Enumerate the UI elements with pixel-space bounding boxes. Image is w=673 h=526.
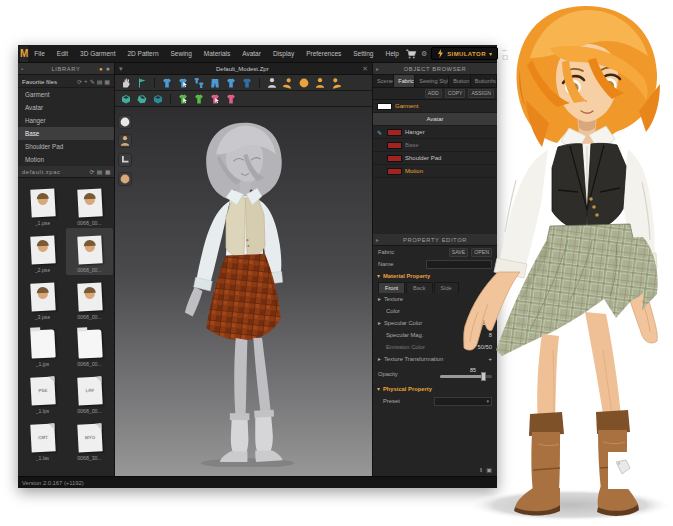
- doc-close-icon[interactable]: ✕: [362, 65, 372, 73]
- file-item[interactable]: PSE_1.lps: [19, 369, 66, 416]
- files-grid-view-icon[interactable]: ▦: [105, 169, 111, 175]
- row-caret-icon[interactable]: ▸: [378, 296, 381, 302]
- document-title[interactable]: Default_Modest.Zpr: [123, 66, 363, 72]
- pe-caret-icon[interactable]: ▸: [376, 237, 380, 243]
- library-header: ▪ LIBRARY ●★: [18, 63, 114, 75]
- folder-thumb-icon: [77, 329, 102, 358]
- library-item-avatar[interactable]: Avatar: [18, 101, 114, 114]
- edit-pen-icon[interactable]: ✎: [377, 129, 384, 136]
- file-item[interactable]: 0068_00...: [66, 181, 113, 228]
- files-list-view-icon[interactable]: ▤: [97, 169, 103, 175]
- row-caret-icon[interactable]: ▸: [378, 320, 381, 326]
- cube-teal-1-icon[interactable]: [119, 92, 133, 106]
- fabric-swatch-white[interactable]: [377, 103, 392, 110]
- favorites-label: Favorite files: [22, 78, 77, 85]
- doc-caret-icon[interactable]: ▾: [115, 65, 123, 73]
- tab-fabric[interactable]: Fabric: [394, 75, 415, 87]
- menu-edit[interactable]: Edit: [51, 50, 74, 57]
- menu-setting[interactable]: Setting: [347, 50, 379, 57]
- fabric-swatch-red[interactable]: [387, 129, 402, 136]
- ob-caret-icon[interactable]: ▸: [376, 66, 380, 72]
- corner-tool-icon[interactable]: [118, 153, 132, 167]
- library-item-motion[interactable]: Motion: [18, 153, 114, 166]
- library-star-icon[interactable]: ★: [105, 66, 111, 72]
- file-item-selected[interactable]: 0068_00...: [66, 228, 113, 275]
- menu-3d-garment[interactable]: 3D Garment: [74, 50, 121, 57]
- avatar-show-icon[interactable]: [265, 76, 279, 90]
- avatar-walk-icon[interactable]: [329, 76, 343, 90]
- shirt-pink-icon[interactable]: [224, 92, 238, 106]
- cube-teal-2-icon[interactable]: [135, 92, 149, 106]
- avatar-pose-icon[interactable]: [313, 76, 327, 90]
- garment-pair-icon[interactable]: [192, 76, 206, 90]
- favorites-list-icon[interactable]: ▤: [97, 78, 103, 85]
- avatar-thumb-icon: [77, 282, 102, 311]
- hand-icon[interactable]: [119, 76, 133, 90]
- menu-sewing[interactable]: Sewing: [165, 50, 198, 57]
- cart-icon[interactable]: [405, 48, 417, 60]
- ground-shadow: [468, 489, 672, 521]
- garment-shorts-icon[interactable]: [208, 76, 222, 90]
- avatar-head-icon[interactable]: [118, 134, 132, 148]
- file-thumb-icon: MYO: [77, 423, 102, 452]
- toolbar-row-1: [115, 75, 372, 91]
- avatar-run-icon[interactable]: [281, 76, 295, 90]
- file-item[interactable]: _1.pse: [19, 181, 66, 228]
- file-item[interactable]: _2.pse: [19, 228, 66, 275]
- avatar-ball-icon[interactable]: [297, 76, 311, 90]
- row-caret-icon[interactable]: ▸: [378, 356, 381, 362]
- section-caret-icon: ▾: [377, 386, 380, 392]
- sphere-tan-icon[interactable]: [118, 172, 132, 186]
- menu-display[interactable]: Display: [267, 50, 300, 57]
- garment-solid-icon[interactable]: [240, 76, 254, 90]
- menu-file[interactable]: File: [28, 50, 50, 57]
- shirt-green-icon[interactable]: [192, 92, 206, 106]
- files-refresh-icon[interactable]: ⟳: [89, 169, 94, 175]
- garment-pin-icon[interactable]: [176, 76, 190, 90]
- favorites-refresh-icon[interactable]: ⟳: [77, 78, 82, 85]
- favorites-grid-icon[interactable]: ▦: [104, 78, 110, 85]
- file-item[interactable]: MYO0068_30...: [66, 416, 113, 463]
- favorites-edit-icon[interactable]: ✎: [90, 78, 95, 85]
- sphere-white-icon[interactable]: [118, 115, 132, 129]
- library-panel: ▪ LIBRARY ●★ Favorite files ⟳ + ✎ ▤ ▦ Ga…: [18, 63, 115, 476]
- menu-preferences[interactable]: Preferences: [300, 50, 347, 57]
- menu-avatar[interactable]: Avatar: [236, 50, 267, 57]
- white-tag-patch: [608, 452, 662, 489]
- divider: [154, 78, 155, 88]
- cube-teal-3-icon[interactable]: [151, 92, 165, 106]
- files-header: default.zpac ⟳ ▤ ▦: [18, 166, 114, 178]
- file-item[interactable]: 0068_00...: [66, 322, 113, 369]
- fabric-swatch-red[interactable]: [387, 168, 402, 175]
- viewport-3d[interactable]: [115, 107, 372, 476]
- fabric-swatch-red[interactable]: [387, 155, 402, 162]
- toolbar-row-2: [115, 91, 372, 107]
- library-item-garment[interactable]: Garment: [18, 88, 114, 101]
- divider: [259, 78, 260, 88]
- tab-front[interactable]: Front: [378, 282, 405, 293]
- divider: [170, 94, 171, 104]
- library-item-shoulder-pad[interactable]: Shoulder Pad: [18, 140, 114, 153]
- fabric-swatch-red[interactable]: [387, 142, 402, 149]
- viewport-side-strip: [118, 115, 132, 186]
- library-item-base[interactable]: Base: [18, 127, 114, 140]
- tab-scene[interactable]: Scene: [373, 75, 394, 87]
- pin-icon[interactable]: [135, 76, 149, 90]
- favorites-add-icon[interactable]: +: [84, 78, 88, 85]
- garment-shirt-icon[interactable]: [224, 76, 238, 90]
- file-item[interactable]: 0068_00...: [66, 275, 113, 322]
- avatar-thumb-icon: [77, 188, 102, 217]
- library-collapse-icon[interactable]: ▪: [21, 66, 24, 72]
- file-item[interactable]: _1.jps: [19, 322, 66, 369]
- file-item[interactable]: _3.pse: [19, 275, 66, 322]
- shirt-green-cursor-icon[interactable]: [176, 92, 190, 106]
- file-item[interactable]: CMT_1.lav: [19, 416, 66, 463]
- menu-help[interactable]: Help: [380, 50, 405, 57]
- garment-fold-icon[interactable]: [160, 76, 174, 90]
- library-item-hanger[interactable]: Hanger: [18, 114, 114, 127]
- menu-materials[interactable]: Materials: [198, 50, 236, 57]
- file-item[interactable]: LRF0068_00...: [66, 369, 113, 416]
- library-dot-icon: ●: [99, 66, 103, 72]
- menu-2d-pattern[interactable]: 2D Pattern: [121, 50, 164, 57]
- shirt-pink-cursor-icon[interactable]: [208, 92, 222, 106]
